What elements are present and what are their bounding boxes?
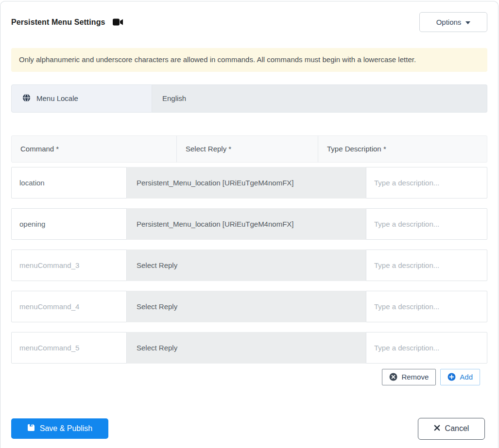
cancel-button[interactable]: Cancel bbox=[418, 418, 485, 440]
table-row: Persistent_Menu_location [URiEuTgeM4nomF… bbox=[11, 167, 487, 199]
table-row: Select Reply bbox=[11, 249, 487, 281]
table-header-row: Command * Select Reply * Type Descriptio… bbox=[11, 135, 487, 163]
menu-locale-label-text: Menu Locale bbox=[36, 94, 78, 102]
command-input[interactable] bbox=[11, 249, 127, 281]
cancel-button-label: Cancel bbox=[445, 424, 469, 433]
remove-button-label: Remove bbox=[401, 373, 429, 381]
description-input[interactable] bbox=[366, 208, 487, 240]
add-row-button[interactable]: Add bbox=[440, 369, 480, 385]
add-button-label: Add bbox=[460, 373, 473, 381]
x-icon bbox=[434, 424, 440, 433]
description-input[interactable] bbox=[366, 291, 487, 322]
command-input[interactable] bbox=[11, 167, 127, 199]
save-publish-button[interactable]: Save & Publish bbox=[11, 418, 108, 439]
reply-select[interactable]: Select Reply bbox=[127, 332, 366, 364]
menu-locale-value: English bbox=[152, 84, 487, 113]
menu-locale-group: Menu Locale English bbox=[11, 84, 487, 113]
reply-select[interactable]: Select Reply bbox=[127, 249, 366, 281]
options-button[interactable]: Options bbox=[419, 12, 487, 32]
column-header-command: Command * bbox=[12, 136, 177, 162]
video-camera-icon bbox=[113, 18, 123, 26]
table-row: Select Reply bbox=[11, 332, 487, 364]
row-actions: Remove Add bbox=[11, 369, 487, 385]
reply-select[interactable]: Select Reply bbox=[127, 291, 366, 322]
panel-footer: Save & Publish Cancel bbox=[11, 418, 487, 440]
save-icon bbox=[27, 424, 35, 433]
persistent-menu-settings-panel: Persistent Menu Settings Options Only al… bbox=[0, 1, 499, 448]
description-input[interactable] bbox=[366, 167, 487, 199]
options-button-label: Options bbox=[436, 18, 462, 26]
circle-x-icon bbox=[389, 373, 397, 381]
table-row: Persistent_Menu_location [URiEuTgeM4nomF… bbox=[11, 208, 487, 240]
table-row: Select Reply bbox=[11, 291, 487, 322]
globe-icon bbox=[22, 94, 31, 103]
reply-select[interactable]: Persistent_Menu_location [URiEuTgeM4nomF… bbox=[127, 167, 366, 199]
column-header-type-description: Type Description * bbox=[318, 136, 487, 162]
page-title: Persistent Menu Settings bbox=[11, 18, 105, 27]
description-input[interactable] bbox=[366, 249, 487, 281]
remove-row-button[interactable]: Remove bbox=[382, 369, 436, 385]
column-header-select-reply: Select Reply * bbox=[177, 136, 318, 162]
reply-select[interactable]: Persistent_Menu_location [URiEuTgeM4nomF… bbox=[127, 208, 366, 240]
panel-header: Persistent Menu Settings Options bbox=[11, 12, 487, 32]
save-publish-label: Save & Publish bbox=[40, 424, 93, 433]
command-input[interactable] bbox=[11, 291, 127, 322]
menu-locale-label: Menu Locale bbox=[11, 84, 152, 113]
caret-down-icon bbox=[465, 21, 470, 24]
command-input[interactable] bbox=[11, 208, 127, 240]
circle-plus-icon bbox=[447, 373, 456, 381]
description-input[interactable] bbox=[366, 332, 487, 364]
command-rules-alert: Only alphanumeric and underscore charact… bbox=[11, 48, 487, 72]
command-input[interactable] bbox=[11, 332, 127, 364]
